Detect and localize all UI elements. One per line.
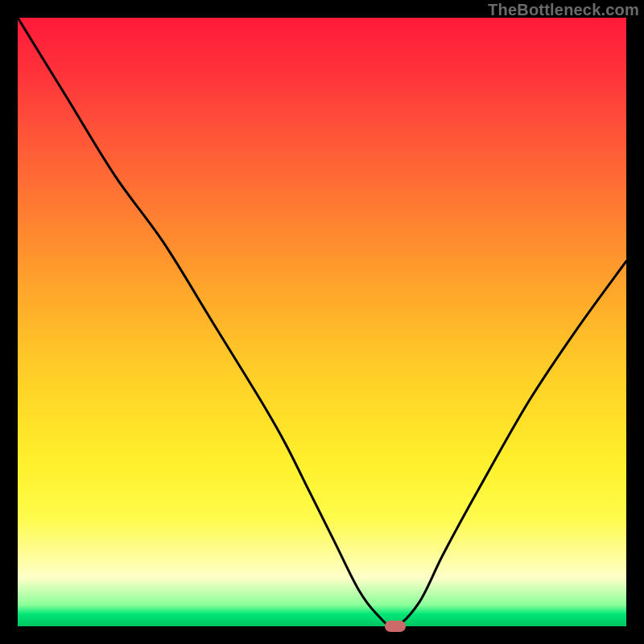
chart-frame: TheBottleneck.com [0,0,644,644]
optimum-marker [385,621,406,632]
plot-area [18,18,626,626]
watermark-text: TheBottleneck.com [488,1,639,19]
